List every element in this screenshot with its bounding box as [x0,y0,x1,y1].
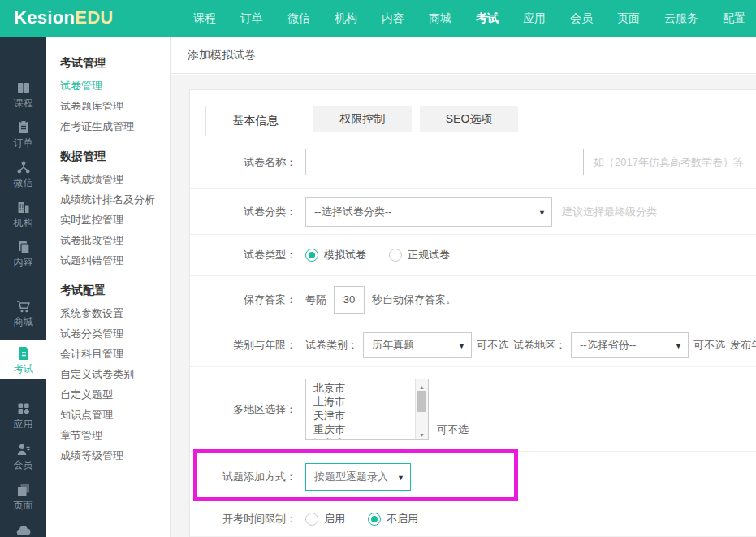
question-add-mode-select[interactable]: 按题型逐题录入 [305,463,411,491]
kesionedu-logo[interactable]: KesionEDU [14,7,114,28]
save-answer-label: 保存答案： [190,292,296,307]
cart-icon [15,298,32,314]
formal-paper-radio[interactable] [389,249,402,262]
sidebar-item-orders[interactable]: 订单 [0,119,46,148]
menu-item-exam-scores[interactable]: 考试成绩管理 [60,169,170,189]
exam-time-limit-label: 开考时间限制： [190,512,296,526]
menu-item-system-params[interactable]: 系统参数设置 [60,303,170,323]
topnav-item-config[interactable]: 配置 [723,11,745,26]
topnav-item-members[interactable]: 会员 [570,11,593,26]
dropdown-caret-icon [675,339,682,351]
dropdown-caret-icon [397,470,404,483]
listbox-option-shanghai[interactable]: 上海市 [313,395,428,409]
menu-item-custom-question-type[interactable]: 自定义题型 [60,384,170,405]
topnav-item-orders[interactable]: 订单 [240,11,263,26]
page-title: 添加模拟试卷 [188,48,256,61]
formal-paper-radio-label: 正规试卷 [408,248,450,262]
menu-item-paper-category[interactable]: 试卷分类管理 [60,323,170,344]
menu-section-title: 考试配置 [60,280,170,300]
row-category-year: 类别与年限： 试卷类别： 历年真题 可不选 试卷地区： --选择省份-- 可不选… [190,323,756,367]
sidebar-label: 微信 [14,178,33,188]
submenu-sidebar: 考试管理 试卷管理 试卷题库管理 准考证生成管理 数据管理 考试成绩管理 成绩统… [46,37,171,537]
multi-region-optional-note: 可不选 [437,422,469,437]
paper-category-select[interactable]: --选择试卷分类-- [305,197,552,227]
topnav-item-exam[interactable]: 考试 [476,11,499,26]
icon-sidebar: 课程 订单 微信 机构 内容 商城 考试 应用 会员 页面 云服务 [0,37,46,537]
share-nodes-icon [15,159,32,175]
tab-basic-info[interactable]: 基本信息 [205,106,305,136]
menu-item-realtime-monitor[interactable]: 实时监控管理 [60,210,170,230]
paper-name-input[interactable] [305,149,584,175]
sidebar-item-cloud[interactable]: 云服务 [0,522,46,537]
topnav-item-apps[interactable]: 应用 [523,11,546,26]
row-question-add-mode: 试题添加方式： 按题型逐题录入 [190,452,756,501]
enable-radio[interactable] [305,513,318,526]
mock-paper-radio[interactable] [305,249,318,262]
topnav-item-content[interactable]: 内容 [382,11,404,26]
category-year-label: 类别与年限： [190,338,296,353]
topnav-item-institution[interactable]: 机构 [335,11,357,26]
scroll-down-arrow-icon[interactable] [416,428,428,438]
paper-category-hint: 建议选择最终级分类 [562,205,657,219]
mock-paper-radio-label: 模拟试卷 [324,248,366,262]
copy-pages-icon [15,239,32,255]
menu-item-paper-grading[interactable]: 试卷批改管理 [60,230,170,250]
multi-region-listbox[interactable]: 北京市 上海市 天津市 重庆市 河北省 [305,379,429,440]
tab-seo-options[interactable]: SEO选项 [420,106,518,132]
tab-permission-control[interactable]: 权限控制 [313,106,412,132]
menu-item-custom-paper-type[interactable]: 自定义试卷类别 [60,364,170,384]
menu-item-grade-levels[interactable]: 成绩等级管理 [60,445,170,466]
scrollbar-thumb[interactable] [417,391,426,412]
paper-type-category-selected: 历年真题 [372,338,414,353]
menu-item-chapter-management[interactable]: 章节管理 [60,425,170,445]
save-interval-input[interactable] [334,286,365,314]
sidebar-item-pages[interactable]: 页面 [0,482,46,510]
sidebar-label: 会员 [14,460,33,470]
sidebar-label: 内容 [14,258,33,267]
topnav-item-pages[interactable]: 页面 [617,11,640,26]
listbox-option-hebei[interactable]: 河北省 [313,436,428,440]
menu-section-data-management: 数据管理 考试成绩管理 成绩统计排名及分析 实时监控管理 试卷批改管理 试题纠错… [60,146,170,271]
sidebar-item-exam-active[interactable]: 考试 [0,340,46,379]
menu-item-admission-ticket[interactable]: 准考证生成管理 [60,116,170,136]
paper-region-sub-label: 试卷地区： [513,338,566,353]
sidebar-item-apps[interactable]: 应用 [0,401,46,429]
paper-form: 试卷名称： 如（2017年仿真高考数学卷）等 试卷分类： --选择试卷分类-- … [190,136,756,537]
topnav-item-wechat[interactable]: 微信 [287,11,310,26]
menu-item-knowledge-points[interactable]: 知识点管理 [60,405,170,425]
sidebar-item-content[interactable]: 内容 [0,239,46,267]
radio-group-formal-paper: 正规试卷 [389,248,450,262]
sidebar-item-institution[interactable]: 机构 [0,199,46,227]
disable-radio[interactable] [368,513,381,526]
publish-year-label: 发布年限： [730,338,756,353]
multi-region-label: 多地区选择： [190,402,296,417]
listbox-scrollbar[interactable] [415,379,428,439]
menu-item-accounting-subject[interactable]: 会计科目管理 [60,344,170,364]
topnav-item-mall[interactable]: 商城 [429,11,451,26]
menu-item-error-correction[interactable]: 试题纠错管理 [60,250,170,271]
scroll-up-arrow-icon[interactable] [416,380,428,390]
province-select[interactable]: --选择省份-- [571,332,689,358]
dropdown-caret-icon [538,206,546,218]
sidebar-item-mall[interactable]: 商城 [0,298,46,327]
listbox-option-beijing[interactable]: 北京市 [313,381,428,395]
question-add-mode-selected: 按题型逐题录入 [314,470,388,484]
sidebar-item-wechat[interactable]: 微信 [0,159,46,188]
sidebar-item-members[interactable]: 会员 [0,441,46,470]
radio-group-disable: 不启用 [368,512,418,526]
topnav-item-courses[interactable]: 课程 [193,11,216,26]
menu-item-score-ranking[interactable]: 成绩统计排名及分析 [60,189,170,210]
listbox-option-chongqing[interactable]: 重庆市 [313,422,428,436]
enable-radio-label: 启用 [324,512,345,526]
paper-type-category-select[interactable]: 历年真题 [363,332,472,358]
menu-item-paper-management[interactable]: 试卷管理 [60,76,170,96]
form-panel: 基本信息 权限控制 SEO选项 试卷名称： 如（2017年仿真高考数学卷）等 试… [189,89,756,537]
sidebar-item-courses[interactable]: 课程 [0,80,46,108]
question-add-mode-label: 试题添加方式： [190,470,296,484]
topnav-item-cloud[interactable]: 云服务 [664,11,698,26]
listbox-option-tianjin[interactable]: 天津市 [313,409,428,422]
menu-item-question-bank[interactable]: 试卷题库管理 [60,96,170,116]
top-navigation: 课程 订单 微信 机构 内容 商城 考试 应用 会员 页面 云服务 配置 [193,0,745,37]
type-optional-note: 可不选 [477,338,508,353]
region-optional-note: 可不选 [693,338,725,353]
